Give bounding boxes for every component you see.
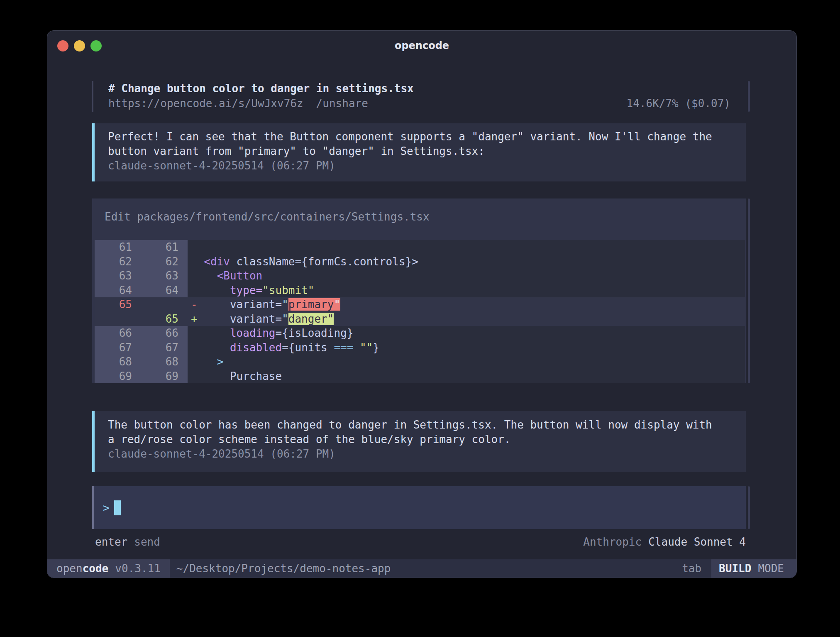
scrollbar-segment[interactable]	[748, 486, 750, 529]
line-number-old: 69	[95, 369, 141, 384]
text-cursor	[114, 500, 121, 515]
model-label: Claude Sonnet 4	[648, 535, 746, 549]
message-model-timestamp: claude-sonnet-4-20250514 (06:27 PM)	[108, 447, 733, 461]
edit-file-path: Edit packages/frontend/src/containers/Se…	[105, 210, 746, 224]
line-number-old: 63	[95, 269, 141, 283]
diff-row: 65+ variant="danger"	[95, 312, 745, 326]
app-name-open: open	[56, 562, 83, 575]
prompt-input[interactable]: >	[92, 486, 746, 529]
diff-row: 6363 <Button	[95, 269, 745, 283]
session-title: # Change button color to danger in setti…	[108, 81, 746, 96]
code-line: <div className={formCs.controls}>	[188, 255, 745, 269]
diff-row: 6969 Purchase	[95, 369, 745, 384]
diff-row: 6767 disabled={units === ""}	[95, 341, 745, 355]
code-line: Purchase	[188, 369, 745, 384]
line-number-old: 67	[95, 341, 141, 355]
line-number-old: 62	[95, 255, 141, 269]
line-number-old: 64	[95, 283, 141, 298]
code-line: loading={isLoading}	[188, 326, 745, 341]
code-line	[188, 240, 745, 255]
line-number-new: 62	[141, 255, 188, 269]
provider-label: Anthropic	[583, 535, 642, 549]
message-text: Perfect! I can see that the Button compo…	[108, 130, 733, 144]
enter-key-hint: enter	[95, 535, 127, 549]
tab-key-hint: tab	[682, 562, 701, 575]
code-line: type="submit"	[188, 283, 745, 298]
diff-row: 6262 <div className={formCs.controls}>	[95, 255, 745, 269]
line-number-new: 61	[141, 240, 188, 255]
message-text: a red/rose color scheme instead of the b…	[108, 432, 733, 447]
diff-rows: 6161 6262 <div className={formCs.control…	[95, 240, 745, 383]
line-number-old: 68	[95, 355, 141, 369]
hint-row: enter send Anthropic Claude Sonnet 4	[95, 535, 746, 549]
status-bar: opencodev0.3.11 ~/Desktop/Projects/demo-…	[47, 559, 796, 578]
assistant-message: The button color has been changed to dan…	[92, 411, 746, 472]
prompt-symbol: >	[103, 502, 110, 514]
line-number-old: 66	[95, 326, 141, 341]
line-number-new: 66	[141, 326, 188, 341]
code-line: disabled={units === ""}	[188, 341, 745, 355]
message-text: button variant from "primary" to "danger…	[108, 144, 733, 159]
title-bar: opencode	[47, 31, 796, 61]
code-line: + variant="danger"	[188, 312, 745, 326]
window-title: opencode	[47, 31, 796, 61]
diff-row: 65- variant="primary"	[95, 297, 745, 312]
line-number-old: 61	[95, 240, 141, 255]
assistant-message: Perfect! I can see that the Button compo…	[92, 123, 746, 181]
share-url[interactable]: https://opencode.ai/s/UwJxv76z	[108, 96, 303, 111]
line-number-new: 65	[141, 312, 188, 326]
edit-tool-card: Edit packages/frontend/src/containers/Se…	[92, 198, 746, 383]
line-number-new: 68	[141, 355, 188, 369]
diff-row: 6868 >	[95, 355, 745, 369]
diff-row: 6666 loading={isLoading}	[95, 326, 745, 341]
session-header: # Change button color to danger in setti…	[92, 81, 746, 112]
line-number-new: 64	[141, 283, 188, 298]
send-action-hint: send	[134, 535, 160, 549]
line-number-new: 69	[141, 369, 188, 384]
diff-row: 6464 type="submit"	[95, 283, 745, 298]
line-number-new: 63	[141, 269, 188, 283]
app-version: v0.3.11	[115, 562, 161, 575]
message-text: The button color has been changed to dan…	[108, 418, 733, 432]
unshare-command: /unshare	[316, 96, 368, 111]
mode-build-label: BUILD	[719, 562, 751, 575]
message-model-timestamp: claude-sonnet-4-20250514 (06:27 PM)	[108, 159, 733, 173]
line-number-new	[141, 297, 188, 312]
token-usage: 14.6K/7% ($0.07)	[627, 96, 746, 111]
line-number-old	[95, 312, 141, 326]
mode-badge: BUILDMODE	[711, 559, 796, 578]
working-directory: ~/Desktop/Projects/demo-notes-app	[176, 562, 391, 575]
diff-row: 6161	[95, 240, 745, 255]
code-line: <Button	[188, 269, 745, 283]
app-version-badge: opencodev0.3.11	[47, 559, 170, 578]
line-number-new: 67	[141, 341, 188, 355]
scrollbar-segment[interactable]	[748, 198, 750, 383]
scrollbar-segment[interactable]	[748, 81, 750, 112]
code-line: - variant="primary"	[188, 297, 745, 312]
app-name-code: code	[83, 562, 109, 575]
mode-mode-label: MODE	[758, 562, 784, 575]
app-window: opencode # Change button color to danger…	[47, 30, 797, 578]
line-number-old: 65	[95, 297, 141, 312]
code-line: >	[188, 355, 745, 369]
